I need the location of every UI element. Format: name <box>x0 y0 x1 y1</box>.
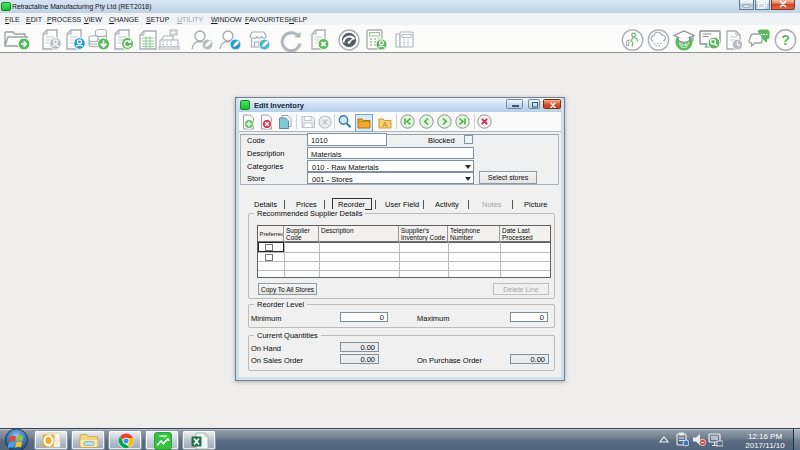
svg-text:A: A <box>382 120 387 129</box>
svg-text:sage: sage <box>159 434 167 438</box>
svg-text:?: ? <box>781 32 790 48</box>
